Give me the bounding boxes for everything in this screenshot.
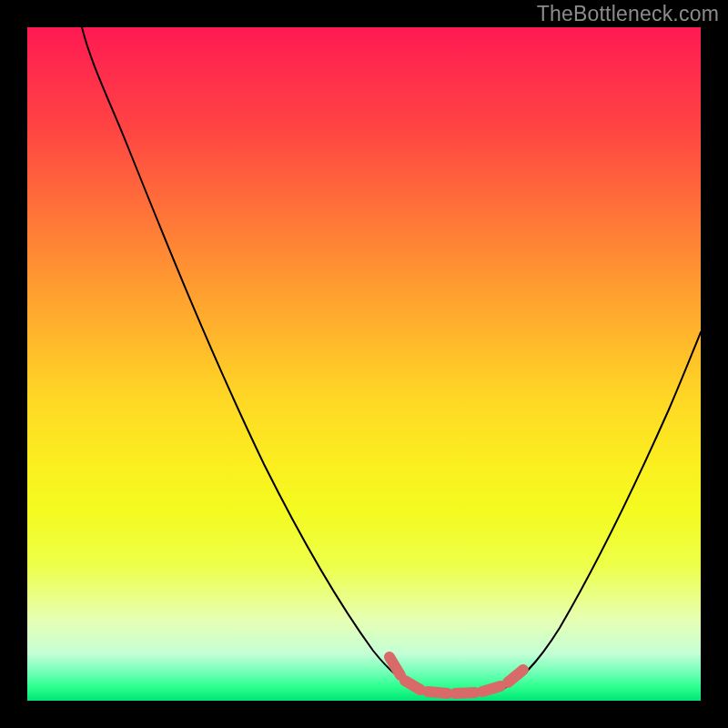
optimal-marker [482,686,500,692]
curve-layer [27,27,701,701]
heat-gradient-plot [27,27,701,701]
optimal-marker [508,670,523,682]
optimal-marker [389,657,400,675]
bottleneck-curve [82,27,701,694]
watermark-text: TheBottleneck.com [537,2,719,26]
optimal-marker [455,693,475,693]
chart-frame: TheBottleneck.com [0,0,728,728]
optimal-marker [428,692,448,693]
optimal-marker [405,681,420,690]
